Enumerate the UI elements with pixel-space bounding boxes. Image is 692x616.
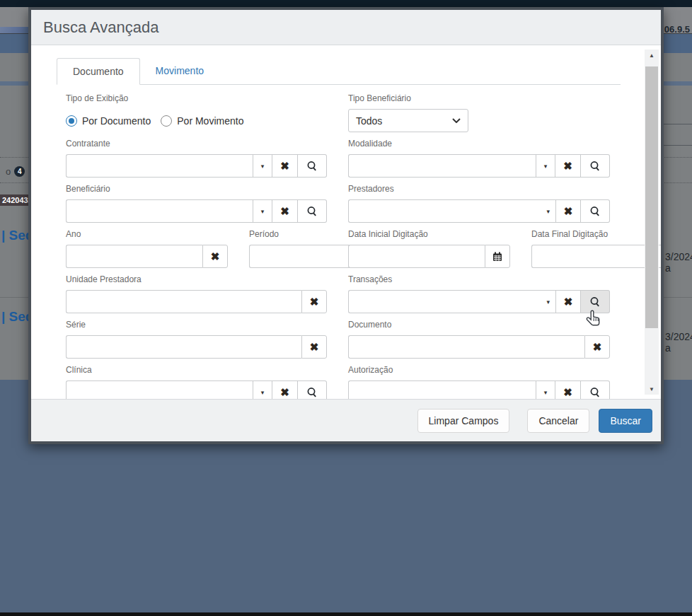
beneficiario-input[interactable] bbox=[66, 199, 253, 223]
arrow-down-icon: ▼ bbox=[649, 386, 654, 393]
autorizacao-input[interactable] bbox=[348, 380, 536, 399]
background-top-navbar bbox=[0, 0, 692, 7]
tipo-exibicao-label: Tipo de Exibição bbox=[66, 93, 327, 104]
clear-icon: ✖ bbox=[280, 161, 289, 171]
data-inicial-input[interactable] bbox=[348, 245, 485, 268]
prestadores-label: Prestadores bbox=[348, 184, 610, 194]
unidade-prestadora-input[interactable] bbox=[66, 290, 301, 313]
caret-down-icon: ▾ bbox=[261, 208, 265, 215]
chevron-down-icon bbox=[452, 118, 461, 123]
date-range-fragment: 3/2024 a bbox=[665, 331, 692, 354]
contratante-input[interactable] bbox=[66, 154, 253, 178]
clinica-search-button[interactable] bbox=[298, 380, 327, 399]
search-icon bbox=[306, 387, 318, 398]
prestadores-search-button[interactable] bbox=[581, 199, 610, 223]
radio-por-movimento-label: Por Movimento bbox=[177, 115, 243, 127]
clinica-group: ▾ ✖ bbox=[66, 380, 327, 399]
data-final-label: Data Final Digitação bbox=[531, 229, 661, 240]
modalidade-input[interactable] bbox=[348, 154, 536, 178]
documento-clear-button[interactable]: ✖ bbox=[584, 335, 610, 359]
autorizacao-label: Autorização bbox=[348, 365, 610, 376]
search-icon bbox=[306, 206, 318, 217]
search-icon bbox=[589, 206, 601, 217]
clear-icon: ✖ bbox=[564, 296, 573, 307]
modalidade-group: ▾ ✖ bbox=[348, 154, 610, 178]
documento-group: ✖ bbox=[348, 335, 610, 359]
unidade-prestadora-clear-button[interactable]: ✖ bbox=[301, 290, 327, 313]
data-inicial-calendar-button[interactable] bbox=[485, 245, 510, 268]
scrollbar-thumb[interactable] bbox=[645, 66, 658, 328]
radio-por-documento[interactable]: Por Documento bbox=[66, 115, 151, 127]
prestadores-input[interactable] bbox=[348, 199, 555, 223]
documento-input[interactable] bbox=[348, 335, 584, 359]
clear-icon: ✖ bbox=[310, 296, 319, 307]
transacoes-input[interactable] bbox=[348, 290, 555, 313]
radio-unselected-icon bbox=[161, 115, 172, 127]
contratante-clear-button[interactable]: ✖ bbox=[272, 154, 298, 178]
beneficiario-clear-button[interactable]: ✖ bbox=[272, 199, 298, 223]
radio-selected-icon bbox=[66, 115, 77, 127]
dialog-scrollbar[interactable]: ▲ ▼ bbox=[645, 50, 659, 395]
search-icon bbox=[589, 161, 601, 172]
tipo-beneficiario-select[interactable]: Todos bbox=[348, 109, 468, 132]
beneficiario-label: Beneficiário bbox=[66, 184, 327, 194]
serie-label: Série bbox=[66, 320, 327, 330]
search-form: Tipo de Exibição Por Documento Por Movim… bbox=[66, 93, 610, 399]
clear-icon: ✖ bbox=[280, 387, 289, 397]
transacoes-group: ▾ ✖ bbox=[348, 290, 610, 313]
clinica-clear-button[interactable]: ✖ bbox=[272, 380, 298, 399]
modalidade-dropdown-button[interactable]: ▾ bbox=[536, 154, 555, 178]
tab-documento[interactable]: Documento bbox=[57, 58, 140, 85]
divider bbox=[664, 145, 692, 146]
beneficiario-search-button[interactable] bbox=[298, 199, 327, 223]
clear-icon: ✖ bbox=[563, 387, 572, 397]
ano-clear-button[interactable]: ✖ bbox=[202, 245, 228, 268]
row-fragment: o bbox=[6, 166, 11, 177]
dialog-body: Documento Movimento Tipo de Exibição Por… bbox=[31, 45, 661, 399]
ano-group: ✖ bbox=[66, 245, 228, 268]
radio-por-movimento[interactable]: Por Movimento bbox=[161, 115, 243, 127]
search-icon bbox=[589, 387, 601, 398]
radio-por-documento-label: Por Documento bbox=[82, 115, 151, 127]
contratante-group: ▾ ✖ bbox=[66, 154, 327, 178]
clinica-dropdown-button[interactable]: ▾ bbox=[253, 380, 272, 399]
contratante-search-button[interactable] bbox=[298, 154, 327, 178]
buscar-button[interactable]: Buscar bbox=[599, 409, 652, 433]
data-inicial-label: Data Inicial Digitação bbox=[348, 229, 510, 240]
transacoes-search-button[interactable] bbox=[581, 290, 610, 313]
modalidade-search-button[interactable] bbox=[581, 154, 610, 178]
scroll-up-button[interactable]: ▲ bbox=[645, 50, 659, 61]
unidade-prestadora-label: Unidade Prestadora bbox=[66, 274, 327, 285]
data-final-group bbox=[531, 245, 661, 268]
ano-label: Ano bbox=[66, 229, 228, 240]
scroll-down-button[interactable]: ▼ bbox=[645, 383, 659, 395]
tab-movimento[interactable]: Movimento bbox=[140, 58, 219, 84]
serie-group: ✖ bbox=[66, 335, 327, 359]
prestadores-clear-button[interactable]: ✖ bbox=[555, 199, 581, 223]
beneficiario-dropdown-button[interactable]: ▾ bbox=[253, 199, 272, 223]
contratante-dropdown-button[interactable]: ▾ bbox=[253, 154, 272, 178]
dialog-header: Busca Avançada bbox=[31, 10, 661, 45]
clear-icon: ✖ bbox=[211, 251, 220, 262]
limpar-campos-button[interactable]: Limpar Campos bbox=[417, 409, 510, 433]
autorizacao-clear-button[interactable]: ✖ bbox=[555, 380, 581, 399]
serie-input[interactable] bbox=[66, 335, 301, 359]
clear-icon: ✖ bbox=[563, 161, 572, 171]
transacoes-clear-button[interactable]: ✖ bbox=[555, 290, 581, 313]
date-range-fragment: 3/2024 a bbox=[665, 251, 692, 274]
autorizacao-search-button[interactable] bbox=[581, 380, 610, 399]
clear-icon: ✖ bbox=[564, 206, 573, 216]
clinica-input[interactable] bbox=[66, 380, 253, 399]
autorizacao-group: ▾ ✖ bbox=[348, 380, 610, 399]
data-final-input[interactable] bbox=[531, 245, 661, 268]
ano-input[interactable] bbox=[66, 245, 202, 268]
modalidade-clear-button[interactable]: ✖ bbox=[555, 154, 581, 178]
documento-label: Documento bbox=[348, 320, 610, 330]
autorizacao-dropdown-button[interactable]: ▾ bbox=[536, 380, 555, 399]
serie-clear-button[interactable]: ✖ bbox=[301, 335, 327, 359]
unidade-prestadora-group: ✖ bbox=[66, 290, 327, 313]
cancelar-button[interactable]: Cancelar bbox=[527, 409, 589, 433]
modalidade-label: Modalidade bbox=[348, 139, 610, 149]
caret-down-icon: ▾ bbox=[261, 389, 265, 396]
calendar-icon bbox=[492, 252, 502, 262]
